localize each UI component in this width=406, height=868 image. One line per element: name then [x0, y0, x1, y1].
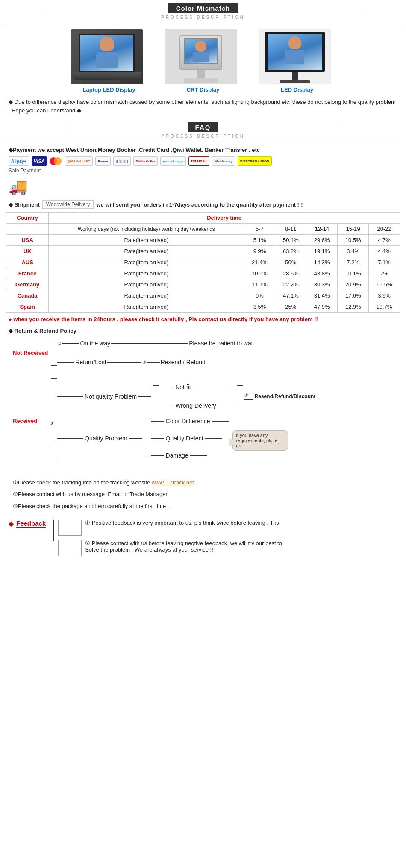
crt-image: [165, 29, 237, 84]
warning-text: ● when you receive the items in 24hours …: [0, 313, 406, 325]
nr-row-1: ① On the way Please be patient to wait: [57, 340, 254, 347]
table-row: AUS Rate(item arrived) 21.4% 50% 14.3% 7…: [6, 257, 400, 268]
led-frame: [265, 32, 325, 72]
crt-screen: [184, 38, 218, 64]
received-label: Received: [13, 378, 51, 463]
wrong-delivery-row: Wrong Delivery: [161, 402, 235, 409]
sub-8-11: 8-11: [275, 224, 306, 235]
received-content: ③ Not quality Problem Not fit: [57, 378, 315, 463]
v1-cell: 5.1%: [244, 235, 275, 246]
v4-cell: 20.9%: [338, 279, 369, 290]
v2-cell: 28.6%: [275, 268, 306, 279]
v3-cell: 30.3%: [306, 279, 338, 290]
not-quality-branch: Not quality Problem Not fit: [57, 384, 315, 409]
table-row: UK Rate(item arrived) 9.9% 63.2% 19.1% 3…: [6, 246, 400, 257]
v4-cell: 10.5%: [338, 235, 369, 246]
feedback-title: Feedback: [16, 520, 46, 528]
country-cell: Canada: [6, 290, 49, 301]
v3-cell: 29.6%: [306, 235, 338, 246]
mastercard-logo: [50, 157, 62, 165]
led-display-item: LED Display: [259, 29, 335, 93]
table-row: France Rate(item arrived) 10.5% 28.6% 43…: [6, 268, 400, 279]
worldwide-badge: Worldwide Delivery: [42, 200, 94, 209]
v5-cell: 3.9%: [369, 290, 400, 301]
color-notice: ◆ Due to difference display have color m…: [0, 95, 406, 119]
sub-15-19: 15-19: [338, 224, 369, 235]
shipment-section: ◆ Shipment Worldwide Delivery we will se…: [0, 198, 406, 212]
color-diff-row: Color Diifference: [151, 418, 229, 425]
nr-line5: [147, 362, 160, 363]
country-cell: AUS: [6, 257, 49, 268]
v4-cell: 3.4%: [338, 246, 369, 257]
crt-label: CRT Display: [165, 86, 241, 93]
damage-row: Damage: [151, 452, 229, 459]
v1-cell: 3.5%: [244, 301, 275, 313]
v2-cell: 63.2%: [275, 246, 306, 257]
label-cell: Rate(item arrived): [49, 301, 244, 313]
sub-5-7: 5-7: [244, 224, 275, 235]
v3-cell: 19.1%: [306, 246, 338, 257]
v3-cell: 14.3%: [306, 257, 338, 268]
debito-logo: Débito Online: [133, 156, 158, 166]
laptop-label: Laptop LED Display: [71, 86, 147, 93]
feedback-vline: [53, 520, 54, 541]
v5-cell: 15.5%: [369, 279, 400, 290]
led-base: [280, 80, 310, 83]
shipment-text: we will send your orders in 1-7days acco…: [96, 201, 303, 208]
not-fit-text: Not fit: [175, 384, 191, 390]
feedback-item-2-row: ② Please contact with us before leaving …: [58, 540, 282, 556]
crt-base: [184, 78, 218, 83]
tooltip-box: if you have any requirements, pls tell u…: [232, 430, 288, 451]
col-country: Country: [6, 213, 49, 224]
feedback-item-1-text: ① Positive feedback is very important to…: [85, 520, 279, 526]
v2-cell: 50.1%: [275, 235, 306, 246]
sub-working-days: Working days (not including holiday) wor…: [49, 224, 244, 235]
feedback-item-2-text: ② Please contact with us before leaving …: [85, 540, 282, 553]
v5-cell: 4.4%: [369, 246, 400, 257]
label-cell: Rate(item arrived): [49, 290, 244, 301]
crt-display-item: CRT Display: [165, 29, 241, 93]
circle-3: ③: [50, 421, 54, 426]
country-cell: Spain: [6, 301, 49, 313]
feedback-diamond-icon: ◆: [9, 520, 14, 528]
not-received-label: Not Received: [13, 340, 51, 366]
v1-cell: 9.9%: [244, 246, 275, 257]
v5-cell: 7%: [369, 268, 400, 279]
nr-row-2: Return/Lost ② Resend / Refund: [57, 359, 254, 366]
safe-payment-label: Safe Payment: [9, 168, 397, 174]
color-notice-text: ◆ Due to difference display have color m…: [9, 98, 397, 115]
notes-section: ①Please check the tracking info on the t…: [0, 474, 406, 515]
table-row: Germany Rate(item arrived) 11.1% 22.2% 3…: [6, 279, 400, 290]
divider: [4, 24, 402, 24]
crt-body: [179, 35, 222, 70]
note-1: ①Please check the tracking info on the t…: [13, 478, 393, 487]
mercado-logo: mercado pago: [160, 156, 186, 166]
sub-empty: [6, 224, 49, 235]
country-cell: UK: [6, 246, 49, 257]
led-label: LED Display: [259, 86, 335, 93]
resend-refund-text: Resend / Refund: [161, 359, 206, 366]
payment-logos: Alipay+ VISA QIWI WALLET Банки |||||||||…: [9, 156, 397, 166]
faq-title: FAQ: [188, 122, 219, 132]
quality-branch: Quality Problem Color Diifference: [57, 418, 315, 459]
v4-cell: 17.6%: [338, 290, 369, 301]
wrong-delivery-text: Wrong Delivery: [175, 402, 216, 409]
v4-cell: 10.1%: [338, 268, 369, 279]
country-cell: Germany: [6, 279, 49, 290]
delivery-table: Country Delivery time Working days (not …: [6, 212, 400, 313]
track-link[interactable]: www. 17track.net: [152, 479, 194, 486]
crt-neck: [197, 70, 205, 78]
nr-line4: [107, 362, 141, 363]
country-cell: USA: [6, 235, 49, 246]
feedback-box-2: [58, 540, 82, 556]
return-title: ◆ Return & Refund Policy: [9, 328, 397, 334]
table-row: Spain Rate(item arrived) 3.5% 25% 47.9% …: [6, 301, 400, 313]
led-image: [259, 29, 331, 84]
col-delivery: Delivery time: [49, 213, 400, 224]
color-diff-text: Color Diifference: [166, 418, 210, 425]
v3-cell: 47.9%: [306, 301, 338, 313]
label-cell: Rate(item arrived): [49, 235, 244, 246]
v2-cell: 22.2%: [275, 279, 306, 290]
note-3: ③Please check the package and item caref…: [13, 501, 393, 511]
v2-cell: 47.1%: [275, 290, 306, 301]
